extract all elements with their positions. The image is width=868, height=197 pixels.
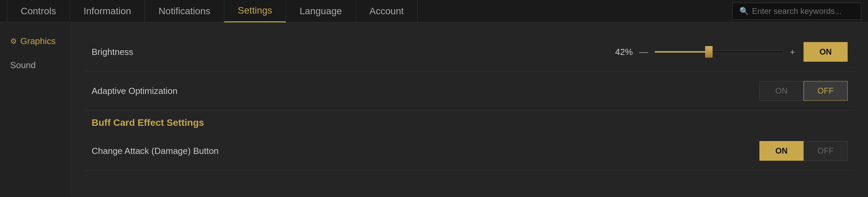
brightness-slider-thumb[interactable]: [705, 46, 713, 58]
brightness-slider-track[interactable]: [655, 51, 784, 53]
brightness-row: Brightness 42% — + ON: [85, 33, 854, 72]
sidebar-item-graphics[interactable]: ⚙ Graphics: [0, 29, 71, 53]
search-icon: 🔍: [739, 7, 749, 16]
change-attack-row: Change Attack (Damage) Button ON OFF: [85, 132, 854, 171]
brightness-label: Brightness: [92, 47, 612, 57]
tab-controls[interactable]: Controls: [7, 0, 70, 22]
tab-information[interactable]: Information: [70, 0, 145, 22]
brightness-on-button[interactable]: ON: [804, 42, 848, 62]
tab-settings[interactable]: Settings: [224, 0, 286, 22]
settings-icon: ⚙: [10, 37, 17, 46]
search-bar[interactable]: 🔍: [732, 3, 861, 20]
main-layout: ⚙ Graphics Sound Brightness 42% — +: [0, 22, 868, 197]
sidebar-item-label-graphics: Graphics: [20, 36, 56, 46]
change-attack-off-button[interactable]: OFF: [804, 141, 848, 161]
brightness-value: 42%: [612, 47, 633, 57]
adaptive-optimization-controls: ON OFF: [759, 81, 848, 101]
change-attack-on-button[interactable]: ON: [759, 141, 804, 161]
top-navigation: Controls Information Notifications Setti…: [0, 0, 868, 22]
sidebar: ⚙ Graphics Sound: [0, 22, 71, 197]
adaptive-on-button[interactable]: ON: [759, 81, 804, 101]
adaptive-optimization-row: Adaptive Optimization ON OFF: [85, 72, 854, 111]
brightness-controls: 42% — + ON: [612, 42, 848, 62]
adaptive-optimization-label: Adaptive Optimization: [92, 86, 759, 96]
brightness-slider-container: 42% — +: [612, 45, 797, 59]
search-input[interactable]: [752, 6, 854, 16]
tab-account[interactable]: Account: [356, 0, 418, 22]
adaptive-off-button[interactable]: OFF: [804, 81, 848, 101]
sidebar-item-sound[interactable]: Sound: [0, 53, 71, 77]
change-attack-toggle-group: ON OFF: [759, 141, 848, 161]
buff-card-section-header: Buff Card Effect Settings: [85, 111, 854, 132]
change-attack-controls: ON OFF: [759, 141, 848, 161]
settings-content: Brightness 42% — + ON Adaptive Optimizat: [71, 22, 868, 197]
adaptive-toggle-group: ON OFF: [759, 81, 848, 101]
tab-language[interactable]: Language: [286, 0, 356, 22]
sidebar-item-label-sound: Sound: [10, 60, 36, 71]
tab-notifications[interactable]: Notifications: [145, 0, 224, 22]
brightness-slider-fill: [655, 51, 709, 53]
brightness-increase-button[interactable]: +: [788, 45, 797, 59]
brightness-decrease-button[interactable]: —: [638, 45, 650, 59]
brightness-toggle-group: ON: [804, 42, 848, 62]
change-attack-label: Change Attack (Damage) Button: [92, 146, 759, 156]
